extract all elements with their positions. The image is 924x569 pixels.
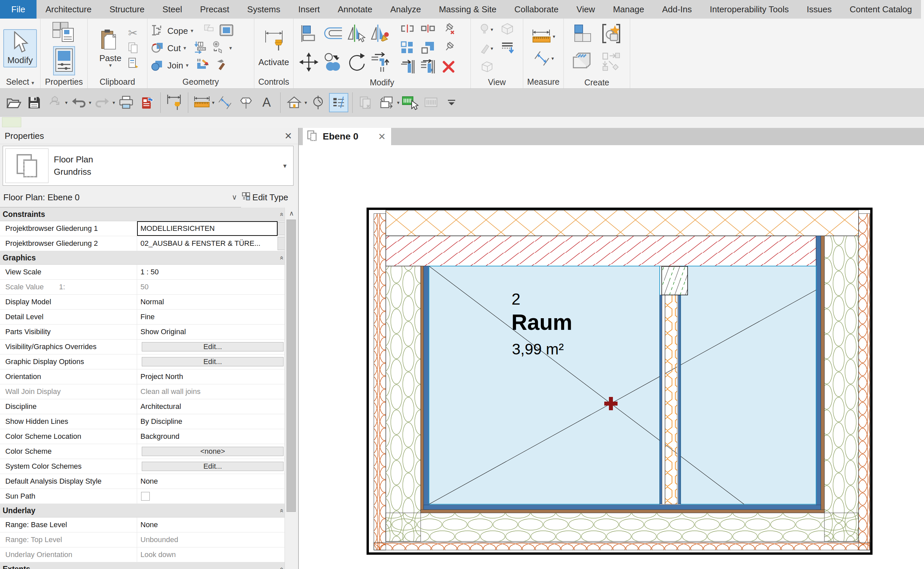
property-value-wall-join-display[interactable]: Clean all wall joins — [137, 384, 285, 399]
properties-scrollbar[interactable]: ∧ — [285, 208, 298, 569]
room-name-label[interactable]: Raum — [511, 310, 572, 335]
scale-icon[interactable] — [421, 41, 435, 56]
property-value-range-base-level[interactable]: None — [137, 517, 285, 532]
switch-windows-icon[interactable] — [377, 93, 396, 112]
room-number-label[interactable]: 2 — [511, 290, 520, 308]
property-value-underlay-orientation[interactable]: Look down — [137, 548, 285, 562]
panel-label-geometry[interactable]: Geometry — [147, 76, 254, 88]
wireframe-box-icon[interactable] — [479, 61, 494, 75]
sync-dropdown-icon[interactable]: ▾ — [65, 100, 68, 106]
property-group-graphics[interactable]: Graphics» — [0, 251, 285, 265]
group-collapse-icon[interactable]: » — [277, 567, 285, 569]
property-value-color-scheme-location[interactable]: Background — [137, 429, 285, 444]
property-value-display-model[interactable]: Normal — [137, 295, 285, 309]
panel-label-properties[interactable]: Properties — [41, 76, 87, 88]
section-icon[interactable] — [308, 93, 328, 112]
save-icon[interactable] — [24, 93, 44, 112]
ribbon-tab-content-catalog[interactable]: Content Catalog — [841, 0, 921, 18]
properties-close-icon[interactable]: ✕ — [285, 131, 298, 141]
tag-by-category-icon[interactable]: 1 — [237, 93, 256, 112]
edit-type-button[interactable]: Edit Type — [242, 192, 288, 202]
measure-between-points-icon[interactable]: ▾ — [532, 50, 555, 67]
switch-windows-dropdown-icon[interactable]: ▾ — [397, 100, 400, 106]
property-value-sun-path[interactable] — [137, 489, 285, 504]
wall-joins-icon[interactable] — [196, 58, 211, 73]
type-properties-icon[interactable] — [52, 21, 76, 44]
property-edit-button[interactable]: Edit... — [142, 342, 284, 351]
panel-label-modify[interactable]: Modify — [293, 77, 470, 88]
measure-dimension-icon[interactable]: ▾ — [531, 29, 556, 44]
delete-icon[interactable] — [442, 60, 455, 75]
trim-extend-single-icon[interactable] — [400, 59, 415, 75]
measure-line-icon[interactable] — [216, 93, 235, 112]
mirror-axis-icon[interactable] — [346, 23, 367, 45]
panel-label-measure[interactable]: Measure — [523, 76, 563, 88]
panel-label-controls[interactable]: Controls — [254, 76, 293, 88]
inactive-panel-icon[interactable] — [421, 93, 441, 112]
view-cube-icon[interactable] — [501, 22, 514, 37]
copy-icon[interactable] — [323, 52, 342, 73]
ribbon-tab-collaborate[interactable]: Collaborate — [505, 0, 567, 18]
export-icon[interactable] — [137, 93, 156, 112]
graphic-display-brush-icon[interactable]: ▾ — [479, 42, 494, 55]
ribbon-tab-insert[interactable]: Insert — [289, 0, 329, 18]
create-group-icon[interactable] — [572, 23, 593, 46]
default-3d-view-icon[interactable] — [285, 93, 304, 112]
property-group-underlay[interactable]: Underlay» — [0, 504, 285, 517]
undo-icon[interactable] — [69, 93, 88, 112]
panel-label-view[interactable]: View — [471, 77, 523, 88]
paste-button[interactable]: Paste ▾ — [96, 28, 125, 69]
split-with-gap-icon[interactable] — [420, 24, 435, 35]
close-inactive-views-icon[interactable] — [357, 93, 376, 112]
scrollbar-thumb[interactable] — [287, 219, 296, 512]
property-side-button[interactable] — [278, 222, 285, 235]
open-file-icon[interactable] — [4, 93, 23, 112]
reveal-constraints-icon[interactable] — [500, 41, 514, 56]
floor-plan-drawing[interactable]: 2 Raum 3,99 m² — [367, 208, 872, 555]
ribbon-tab-analyze[interactable]: Analyze — [381, 0, 430, 18]
ribbon-tab-systems[interactable]: Systems — [238, 0, 290, 18]
property-edit-button[interactable]: Edit... — [142, 357, 284, 367]
property-value-view-scale[interactable]: 1 : 50 — [137, 265, 285, 279]
group-collapse-icon[interactable]: » — [277, 508, 285, 512]
property-edit-button[interactable]: <none> — [142, 447, 284, 456]
group-collapse-icon[interactable]: » — [277, 212, 285, 216]
panel-label-create[interactable]: Create — [564, 77, 630, 88]
aligned-dimension-icon[interactable] — [165, 93, 184, 112]
activate-controls-button[interactable]: Activate — [255, 28, 293, 69]
ribbon-tab-manage[interactable]: Manage — [604, 0, 653, 18]
measure-dropdown-icon[interactable]: ▾ — [212, 100, 215, 106]
property-group-extents[interactable]: Extents» — [0, 562, 285, 569]
create-similar-icon[interactable] — [571, 52, 594, 73]
panel-label-select[interactable]: Select ▾ — [0, 76, 40, 88]
print-icon[interactable] — [117, 93, 136, 112]
text-icon[interactable]: A — [257, 93, 276, 112]
drawing-viewport[interactable]: 2 Raum 3,99 m² — [299, 145, 924, 569]
sun-path-checkbox[interactable] — [141, 492, 150, 501]
view-tab-close-icon[interactable]: ✕ — [378, 131, 386, 142]
demolish-icon[interactable] — [193, 41, 208, 55]
copy-to-clipboard-icon[interactable] — [128, 42, 139, 55]
ribbon-tab-view[interactable]: View — [567, 0, 604, 18]
toggle-reveal-hidden-icon[interactable]: ▾ — [479, 23, 494, 36]
ribbon-tab-file[interactable]: File — [0, 0, 36, 18]
view-tab-ebene-0[interactable]: Ebene 0 ✕ — [303, 128, 391, 145]
property-value-color-scheme[interactable]: <none> — [137, 444, 285, 459]
cope-button[interactable]: Cope ▾ — [151, 22, 234, 40]
pin-icon[interactable] — [442, 41, 455, 56]
ribbon-tab-massing-site[interactable]: Massing & Site — [430, 0, 505, 18]
match-type-icon[interactable] — [128, 58, 139, 70]
redo-dropdown-icon[interactable]: ▾ — [112, 100, 115, 106]
wall-sweep-icon[interactable] — [202, 24, 215, 38]
create-assembly-icon[interactable] — [600, 23, 622, 46]
ribbon-tab-add-ins[interactable]: Add-Ins — [653, 0, 701, 18]
room-fill-left[interactable] — [429, 266, 660, 504]
property-group-constraints[interactable]: Constraints» — [0, 208, 285, 221]
property-value-discipline[interactable]: Architectural — [137, 399, 285, 414]
scroll-up-icon[interactable]: ∧ — [285, 208, 298, 219]
redo-icon[interactable] — [93, 93, 112, 112]
panel-label-clipboard[interactable]: Clipboard — [88, 76, 147, 88]
property-value-orientation[interactable]: Project North — [137, 370, 285, 384]
3d-view-dropdown-icon[interactable]: ▾ — [305, 100, 307, 106]
partition-wall[interactable] — [660, 295, 681, 504]
